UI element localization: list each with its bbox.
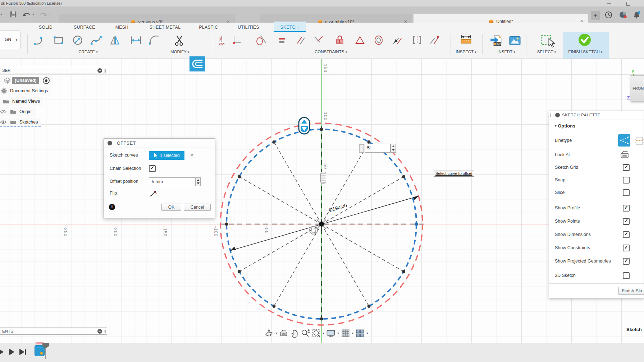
constraint-smooth-icon[interactable] bbox=[390, 34, 403, 47]
browser-item-document[interactable]: (Unsaved) bbox=[0, 76, 52, 85]
flip-icon[interactable] bbox=[150, 190, 157, 197]
offset-position-spinner[interactable] bbox=[195, 177, 201, 186]
eye-icon[interactable] bbox=[0, 120, 6, 124]
mirror-icon[interactable] bbox=[109, 34, 122, 47]
cancel-button[interactable]: Cancel bbox=[184, 204, 211, 211]
sketch-palette[interactable]: || − SKETCH PALETTE ▾ Options Linetype L… bbox=[549, 111, 644, 298]
chain-selection-checkbox[interactable] bbox=[149, 165, 156, 172]
palette-drag-handle[interactable]: || bbox=[550, 113, 551, 117]
sketch-geometry[interactable] bbox=[0, 59, 644, 362]
constraints-group-label[interactable]: CONSTRAINTS ▾ bbox=[315, 50, 347, 54]
display-settings-icon[interactable] bbox=[326, 329, 335, 338]
constraint-symmetry-icon[interactable] bbox=[411, 34, 423, 47]
options-section-header[interactable]: ▾ Options bbox=[555, 123, 575, 129]
constraint-perpendicular-icon[interactable] bbox=[231, 34, 243, 47]
browser-item-sketches[interactable]: Sketches bbox=[0, 118, 41, 127]
fillet-icon[interactable] bbox=[148, 34, 161, 47]
sketch-dimension-icon[interactable] bbox=[129, 34, 142, 47]
insert-svg-icon[interactable]: SVG bbox=[489, 34, 503, 47]
save-icon[interactable] bbox=[9, 10, 17, 18]
create-arc-icon[interactable] bbox=[33, 34, 46, 47]
collapse-browser-icon[interactable]: − bbox=[97, 68, 102, 73]
comments-drag-handle[interactable]: || bbox=[104, 329, 106, 333]
3d-sketch-checkbox[interactable] bbox=[623, 272, 630, 279]
ok-button[interactable]: OK bbox=[161, 204, 181, 211]
maximize-button[interactable] bbox=[626, 2, 630, 6]
select-group-label[interactable]: SELECT ▾ bbox=[537, 50, 556, 54]
constraint-concentric-icon[interactable] bbox=[373, 34, 385, 47]
constraint-equal-icon[interactable] bbox=[276, 34, 288, 47]
add-comment-icon[interactable]: + bbox=[97, 329, 102, 334]
design-workspace-button[interactable]: GN ▾ bbox=[0, 31, 21, 49]
finish-sketch-button[interactable]: Finish Ske bbox=[618, 287, 644, 295]
file-menu-caret-icon[interactable]: ▾ bbox=[0, 13, 2, 16]
display-settings-caret-icon[interactable]: ▾ bbox=[337, 331, 339, 335]
notifications-bell-icon[interactable] bbox=[632, 10, 641, 19]
constraint-coincident-icon[interactable] bbox=[215, 34, 227, 47]
job-status-icon[interactable] bbox=[604, 10, 613, 19]
value-input-grip[interactable] bbox=[359, 144, 364, 153]
constraint-tangent-icon[interactable] bbox=[255, 34, 267, 47]
redo-caret-icon[interactable]: ▾ bbox=[49, 13, 51, 16]
timeline-play-button[interactable] bbox=[0, 349, 4, 355]
constraint-fix-lock-icon[interactable] bbox=[334, 34, 346, 47]
create-spline-icon[interactable] bbox=[90, 34, 103, 47]
ribbon-tab-sheetmetal[interactable]: SHEET METAL bbox=[150, 23, 181, 32]
inspect-group-label[interactable]: INSPECT ▾ bbox=[456, 50, 476, 54]
grid-settings-icon[interactable] bbox=[341, 329, 350, 338]
zoom-icon[interactable] bbox=[301, 329, 310, 338]
undo-caret-icon[interactable]: ▾ bbox=[32, 13, 34, 16]
timeline-marker-line[interactable] bbox=[45, 348, 46, 359]
offset-dialog[interactable]: − OFFSET Sketch curves 1 selected × Chai… bbox=[104, 138, 215, 218]
pan-icon[interactable] bbox=[290, 329, 299, 338]
info-icon[interactable]: i bbox=[109, 204, 115, 210]
ruler-roller[interactable] bbox=[320, 172, 326, 184]
profile-icon[interactable] bbox=[618, 10, 627, 19]
finish-sketch-label[interactable]: FINISH SKETCH ▾ bbox=[568, 50, 602, 54]
show-dimensions-checkbox[interactable] bbox=[623, 231, 630, 238]
sketch-canvas[interactable]: Ø190.00 5 Select curve to offset 150 100… bbox=[0, 59, 644, 362]
browser-drag-handle[interactable]: || bbox=[104, 68, 106, 73]
ribbon-tab-surface[interactable]: SURFACE bbox=[74, 23, 95, 32]
viewports-caret-icon[interactable]: ▾ bbox=[366, 331, 368, 335]
browser-item-named-views[interactable]: Named Views bbox=[0, 97, 43, 106]
constraint-parallel-icon[interactable] bbox=[294, 34, 307, 47]
create-group-label[interactable]: CREATE ▾ bbox=[78, 50, 98, 54]
orbit-icon[interactable] bbox=[264, 329, 274, 338]
offset-value-input[interactable]: 5 bbox=[365, 144, 390, 153]
value-input-spinner[interactable] bbox=[390, 144, 396, 153]
insert-canvas-image-icon[interactable] bbox=[508, 34, 522, 47]
collapse-palette-icon[interactable]: − bbox=[555, 113, 560, 117]
undo-icon[interactable] bbox=[22, 11, 31, 18]
collapse-dialog-icon[interactable]: − bbox=[108, 141, 112, 145]
grid-settings-caret-icon[interactable]: ▾ bbox=[352, 331, 354, 335]
ribbon-tab-solid[interactable]: SOLID bbox=[39, 23, 52, 32]
new-tab-button[interactable]: + bbox=[591, 11, 600, 20]
browser-item-origin[interactable]: Origin bbox=[0, 107, 34, 116]
zoom-window-icon[interactable] bbox=[312, 329, 321, 338]
offset-tool-active[interactable] bbox=[189, 56, 205, 71]
measure-icon[interactable] bbox=[459, 34, 473, 47]
slice-checkbox[interactable] bbox=[623, 189, 630, 196]
constraint-midpoint-icon[interactable] bbox=[354, 34, 366, 47]
show-points-checkbox[interactable] bbox=[623, 218, 630, 225]
clear-selection-icon[interactable]: × bbox=[190, 152, 193, 159]
ribbon-tab-sketch[interactable]: SKETCH bbox=[280, 23, 298, 32]
show-projected-geometries-checkbox[interactable] bbox=[623, 258, 630, 265]
diameter-dimension[interactable] bbox=[230, 196, 419, 251]
redo-icon[interactable] bbox=[39, 11, 47, 18]
center-point[interactable] bbox=[316, 219, 327, 229]
insert-group-label[interactable]: INSERT ▾ bbox=[497, 50, 515, 54]
timeline-skip-to-end-button[interactable] bbox=[19, 349, 24, 355]
finish-sketch-icon[interactable] bbox=[578, 33, 592, 47]
linetype-centerline-icon[interactable] bbox=[635, 134, 644, 147]
sketch-grid-checkbox[interactable] bbox=[623, 164, 630, 171]
offset-position-input[interactable]: 5 mm bbox=[149, 177, 196, 186]
browser-panel-header[interactable]: SER − || bbox=[0, 67, 107, 74]
create-rectangle-icon[interactable] bbox=[52, 34, 65, 47]
minimize-button[interactable]: — bbox=[607, 1, 611, 5]
eye-off-icon[interactable] bbox=[0, 110, 6, 114]
offset-dialog-header[interactable]: − OFFSET bbox=[104, 139, 215, 148]
ribbon-tab-mesh[interactable]: MESH bbox=[115, 23, 128, 32]
timeline-step-forward-button[interactable] bbox=[9, 349, 14, 355]
